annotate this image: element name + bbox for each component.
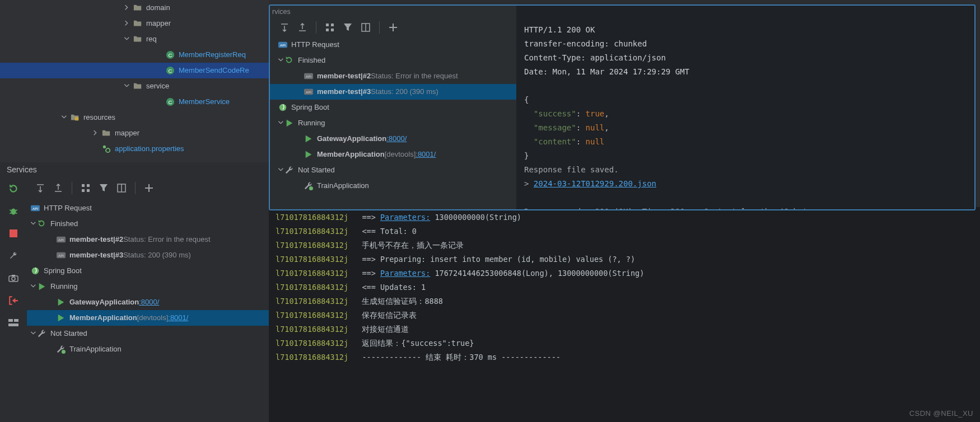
svc-row[interactable]: Finished bbox=[27, 216, 269, 232]
class-icon bbox=[165, 97, 175, 107]
folder-icon bbox=[101, 128, 111, 138]
log-prefix: l71017816884312j bbox=[276, 353, 348, 362]
svg-rect-14 bbox=[87, 184, 90, 187]
wrench-icon[interactable] bbox=[7, 250, 20, 262]
collapse-all-icon[interactable] bbox=[52, 181, 65, 195]
play-icon bbox=[304, 134, 314, 144]
services-popup: rvices HTTP RequestFinishedmember-test |… bbox=[269, 4, 976, 210]
svc-label: Running bbox=[298, 118, 325, 129]
svc-row[interactable]: member-test | #2 Status: Error in the re… bbox=[270, 68, 516, 84]
tree-item-label: service bbox=[146, 81, 169, 92]
svc-row[interactable]: TrainApplication bbox=[270, 178, 516, 194]
expand-all-icon[interactable] bbox=[34, 181, 47, 195]
filter-icon[interactable] bbox=[341, 21, 354, 34]
stop-icon[interactable] bbox=[7, 227, 20, 240]
json-key: "success" bbox=[534, 109, 576, 118]
svc-row[interactable]: Not Started bbox=[27, 326, 269, 341]
play-icon bbox=[37, 282, 47, 292]
tree-item[interactable]: mapper bbox=[0, 16, 269, 31]
log-prefix: l71017816884312j bbox=[276, 255, 348, 264]
chevron-down-icon bbox=[60, 114, 68, 121]
json-value: true bbox=[586, 109, 605, 118]
svc-row[interactable]: HTTP Request bbox=[27, 200, 269, 216]
svg-rect-10 bbox=[14, 319, 18, 322]
app-port[interactable]: :8000/ bbox=[139, 297, 159, 308]
tree-item[interactable]: resources bbox=[0, 110, 269, 125]
tree-item-label: MemberRegisterReq bbox=[179, 49, 246, 60]
tree-item[interactable]: MemberRegisterReq bbox=[0, 47, 269, 63]
log-link[interactable]: Parameters: bbox=[380, 269, 430, 278]
svc-row[interactable]: TrainApplication bbox=[27, 341, 269, 357]
log-link[interactable]: Parameters: bbox=[380, 213, 430, 222]
group-by-icon[interactable] bbox=[79, 181, 92, 195]
services-gutter bbox=[0, 177, 27, 422]
console-output[interactable]: l71017816884312j ==> Parameters: 1300000… bbox=[269, 207, 980, 422]
watermark: CSDN @NEIL_XU bbox=[909, 408, 973, 419]
layout-icon[interactable] bbox=[7, 317, 20, 329]
resources-icon bbox=[70, 112, 80, 123]
exit-icon[interactable] bbox=[7, 294, 20, 307]
layout-toggle-icon[interactable] bbox=[115, 181, 128, 195]
tree-item[interactable]: MemberSendCodeRe bbox=[0, 63, 269, 78]
wrench-icon bbox=[284, 165, 295, 175]
tree-item[interactable]: MemberService bbox=[0, 94, 269, 110]
log-line: l71017816884312j 对接短信通道 bbox=[276, 322, 973, 336]
svc-row[interactable]: Not Started bbox=[270, 162, 516, 178]
group-by-icon[interactable] bbox=[323, 21, 337, 34]
svc-row[interactable]: HTTP Request bbox=[270, 37, 516, 53]
bug-icon[interactable] bbox=[7, 205, 20, 217]
svc-row[interactable]: GatewayApplication :8000/ bbox=[27, 294, 269, 310]
svg-point-7 bbox=[12, 277, 15, 280]
layout-toggle-icon[interactable] bbox=[359, 21, 372, 34]
tree-item[interactable]: mapper bbox=[0, 125, 269, 141]
json-value: null bbox=[586, 123, 605, 132]
rerun-icon[interactable] bbox=[7, 182, 20, 195]
svc-row[interactable]: Spring Boot bbox=[27, 263, 269, 279]
resp-footer: Response code: 200 (OK); Time: 390ms; Co… bbox=[524, 207, 817, 209]
chevron-right-icon bbox=[123, 4, 131, 12]
refresh-icon bbox=[37, 219, 47, 229]
log-prefix: l71017816884312j bbox=[276, 297, 348, 306]
wrench-dot-icon bbox=[304, 181, 314, 191]
play-icon bbox=[284, 118, 295, 128]
svg-point-0 bbox=[11, 209, 16, 215]
popup-title-fragment: rvices bbox=[272, 7, 291, 17]
svc-row[interactable]: Running bbox=[27, 279, 269, 294]
filter-icon[interactable] bbox=[97, 181, 110, 195]
svg-line-2 bbox=[15, 210, 17, 211]
svc-row[interactable]: Spring Boot bbox=[270, 100, 516, 115]
services-panel-title: Services bbox=[0, 162, 269, 177]
svc-row[interactable]: member-test | #3 Status: 200 (390 ms) bbox=[270, 84, 516, 100]
tree-item-label: mapper bbox=[115, 128, 139, 139]
folder-icon bbox=[133, 3, 143, 13]
http-response-pane[interactable]: HTTP/1.1 200 OK transfer-encoding: chunk… bbox=[516, 6, 974, 209]
svc-row[interactable]: GatewayApplication :8000/ bbox=[270, 131, 516, 147]
collapse-all-icon[interactable] bbox=[296, 21, 309, 34]
svc-row[interactable]: MemberApplication [devtools] :8001/ bbox=[27, 310, 269, 326]
log-line: l71017816884312j ==> Parameters: 1767241… bbox=[276, 266, 973, 280]
resp-saved-link[interactable]: 2024-03-12T012929.200.json bbox=[534, 179, 656, 188]
svc-row[interactable]: Running bbox=[270, 115, 516, 131]
tree-item[interactable]: application.properties bbox=[0, 141, 269, 157]
api-grey-icon bbox=[56, 250, 66, 260]
tree-item-label: application.properties bbox=[115, 143, 184, 154]
log-prefix: l71017816884312j bbox=[276, 283, 348, 292]
svc-row[interactable]: Finished bbox=[270, 53, 516, 68]
request-name: member-test bbox=[317, 86, 361, 97]
expand-all-icon[interactable] bbox=[278, 21, 291, 34]
tree-item[interactable]: service bbox=[0, 78, 269, 94]
app-port[interactable]: :8001/ bbox=[168, 312, 188, 323]
svc-row[interactable]: MemberApplication [devtools] :8001/ bbox=[270, 147, 516, 162]
chevron-down-icon bbox=[123, 35, 131, 43]
request-name: member-test bbox=[317, 71, 361, 82]
svg-rect-8 bbox=[12, 275, 15, 276]
app-port[interactable]: :8000/ bbox=[386, 133, 407, 144]
add-icon[interactable] bbox=[142, 181, 156, 195]
camera-icon[interactable] bbox=[7, 272, 20, 284]
add-icon[interactable] bbox=[386, 21, 400, 34]
tree-item[interactable]: domain bbox=[0, 0, 269, 16]
svc-row[interactable]: member-test | #3 Status: 200 (390 ms) bbox=[27, 247, 269, 263]
tree-item[interactable]: req bbox=[0, 31, 269, 47]
app-port[interactable]: :8001/ bbox=[416, 149, 436, 160]
svc-row[interactable]: member-test | #2 Status: Error in the re… bbox=[27, 232, 269, 247]
